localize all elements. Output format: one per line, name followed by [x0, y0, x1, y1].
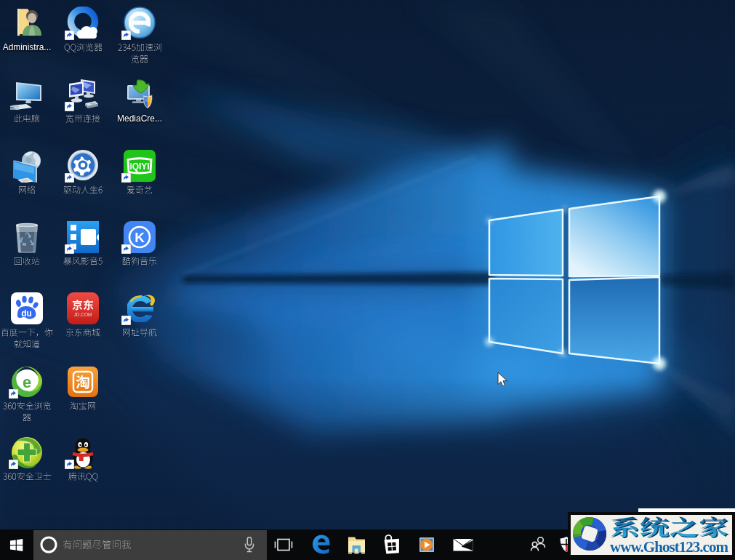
svg-text:www.Ghost123.com: www.Ghost123.com: [610, 538, 729, 553]
svg-text:iQIYI: iQIYI: [130, 161, 150, 172]
svg-text:e: e: [23, 373, 31, 391]
svg-text:K: K: [134, 230, 145, 245]
svg-text:JD.COM: JD.COM: [74, 312, 92, 317]
svg-text:du: du: [21, 308, 32, 319]
